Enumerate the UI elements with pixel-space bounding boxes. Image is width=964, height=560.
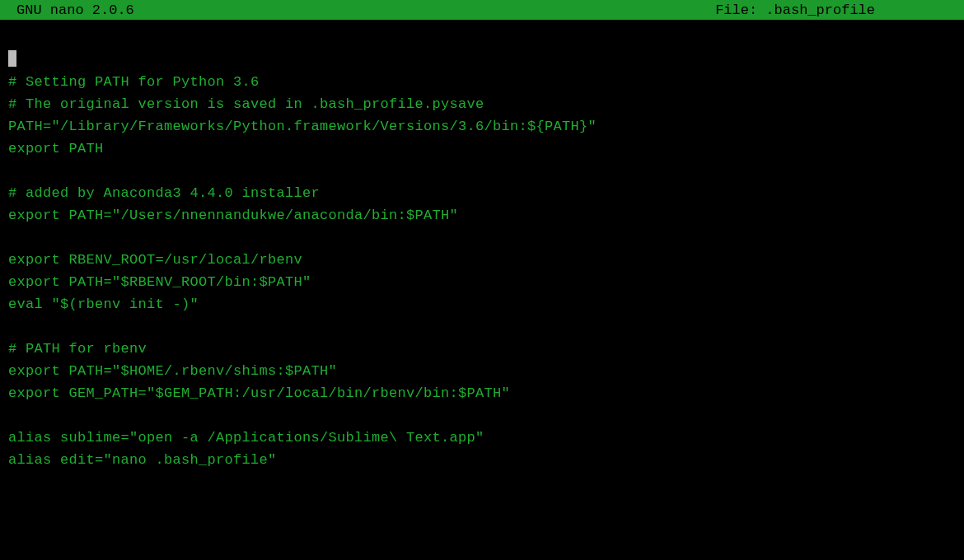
blank-row	[8, 404, 956, 427]
code-line: # Setting PATH for Python 3.6	[8, 71, 956, 93]
titlebar: GNU nano 2.0.6 File: .bash_profile	[0, 0, 964, 20]
code-line: alias edit="nano .bash_profile"	[8, 449, 956, 471]
file-label: File: .bash_profile	[715, 2, 957, 18]
code-line: export PATH	[8, 138, 956, 160]
code-line: # added by Anaconda3 4.4.0 installer	[8, 182, 956, 204]
code-line: eval "$(rbenv init -)"	[8, 293, 956, 315]
app-name: GNU nano 2.0.6	[7, 2, 134, 18]
blank-row	[8, 26, 956, 49]
code-line: export PATH="/Users/nnennandukwe/anacond…	[8, 204, 956, 226]
code-line: alias sublime="open -a /Applications/Sub…	[8, 427, 956, 449]
code-line: export PATH="$HOME/.rbenv/shims:$PATH"	[8, 360, 956, 382]
code-line: # The original version is saved in .bash…	[8, 93, 956, 115]
blank-row	[8, 160, 956, 182]
code-line: # PATH for rbenv	[8, 338, 956, 360]
blank-row	[8, 226, 956, 249]
blank-row	[8, 315, 956, 338]
editor-area[interactable]: # Setting PATH for Python 3.6 # The orig…	[0, 20, 964, 478]
code-line: export PATH="$RBENV_ROOT/bin:$PATH"	[8, 271, 956, 293]
cursor-line	[8, 49, 956, 71]
code-line: export GEM_PATH="$GEM_PATH:/usr/local/bi…	[8, 382, 956, 404]
code-line: export RBENV_ROOT=/usr/local/rbenv	[8, 249, 956, 271]
text-cursor	[8, 50, 16, 67]
code-line: PATH="/Library/Frameworks/Python.framewo…	[8, 115, 956, 138]
